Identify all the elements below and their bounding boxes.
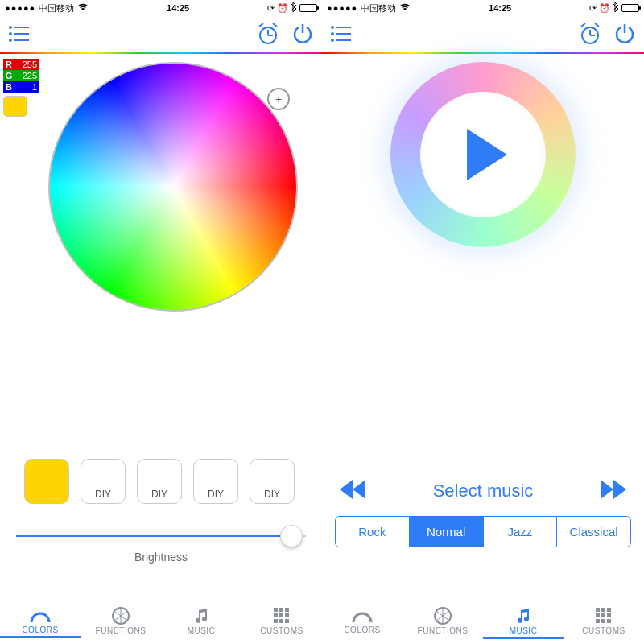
tab-label: FUNCTIONS <box>418 626 469 635</box>
svg-point-22 <box>332 27 333 28</box>
svg-rect-16 <box>274 613 278 617</box>
battery-icon <box>299 4 317 12</box>
carrier-label: 中国移动 <box>39 2 74 14</box>
preset-slot-2[interactable]: DIY <box>137 459 182 504</box>
svg-line-9 <box>259 23 263 27</box>
tab-functions[interactable]: FUNCTIONS <box>402 601 483 644</box>
r-label: R <box>3 59 14 70</box>
music-icon <box>192 607 210 625</box>
svg-rect-17 <box>279 613 283 617</box>
svg-marker-35 <box>340 480 353 499</box>
svg-point-2 <box>10 33 11 35</box>
nav-bar <box>322 16 644 52</box>
preset-slot-3[interactable]: DIY <box>193 459 238 504</box>
clock-label: 14:25 <box>89 3 267 13</box>
tab-label: CUSTOMS <box>582 626 625 635</box>
color-wheel[interactable]: + <box>48 62 298 312</box>
bluetooth-icon <box>291 2 297 14</box>
brightness-slider[interactable] <box>16 526 306 546</box>
tab-label: CUSTOMS <box>260 626 303 635</box>
battery-icon <box>621 4 639 12</box>
svg-rect-39 <box>596 608 600 612</box>
genre-classical[interactable]: Classical <box>557 517 630 547</box>
play-button[interactable] <box>467 129 507 180</box>
customs-icon <box>273 607 291 625</box>
select-music-label[interactable]: Select music <box>370 481 596 502</box>
tab-functions[interactable]: FUNCTIONS <box>80 601 161 644</box>
genre-normal[interactable]: Normal <box>410 517 484 547</box>
g-value: 225 <box>14 70 39 81</box>
tab-music[interactable]: MUSIC <box>483 601 564 644</box>
tab-music[interactable]: MUSIC <box>161 601 242 644</box>
genre-rock[interactable]: Rock <box>336 517 410 547</box>
signal-dots-icon: ●●●●● <box>5 3 35 13</box>
preset-slot-0[interactable] <box>24 459 69 504</box>
color-wheel-cursor[interactable]: + <box>267 88 290 110</box>
music-disc <box>390 62 576 247</box>
music-screen: ●●●●● 中国移动 14:25 ⟳ ⏰ <box>322 0 644 644</box>
carrier-label: 中国移动 <box>361 2 396 14</box>
svg-rect-40 <box>601 608 605 612</box>
r-value: 255 <box>14 59 39 70</box>
power-button[interactable] <box>613 23 636 45</box>
tab-bar: COLORSFUNCTIONSMUSICCUSTOMS <box>0 601 322 644</box>
svg-point-26 <box>332 39 333 41</box>
tab-label: COLORS <box>344 625 380 634</box>
tab-label: FUNCTIONS <box>96 626 147 635</box>
svg-rect-14 <box>279 608 283 612</box>
svg-marker-34 <box>353 480 365 499</box>
svg-rect-15 <box>285 608 289 612</box>
svg-point-24 <box>332 33 333 35</box>
status-bar: ●●●●● 中国移动 14:25 ⟳ ⏰ <box>322 0 644 16</box>
svg-rect-18 <box>285 613 289 617</box>
rgb-readout: R255 G225 B1 <box>3 59 39 117</box>
svg-rect-19 <box>274 619 278 623</box>
svg-marker-37 <box>613 480 626 499</box>
svg-point-4 <box>10 39 11 41</box>
genre-segmented-control: RockNormalJazzClassical <box>335 516 631 547</box>
tab-colors[interactable]: COLORS <box>322 601 402 644</box>
signal-dots-icon: ●●●●● <box>327 3 357 13</box>
svg-line-10 <box>273 23 277 27</box>
preset-slot-4[interactable]: DIY <box>250 459 295 504</box>
tab-customs[interactable]: CUSTOMS <box>564 601 644 644</box>
svg-rect-47 <box>607 619 611 623</box>
preset-row: DIYDIYDIYDIY <box>0 459 322 504</box>
colors-icon <box>352 608 373 624</box>
svg-rect-43 <box>601 613 605 617</box>
power-button[interactable] <box>291 23 314 45</box>
timer-button[interactable] <box>578 23 602 45</box>
music-icon <box>514 607 532 625</box>
genre-jazz[interactable]: Jazz <box>484 517 558 547</box>
timer-button[interactable] <box>256 23 280 45</box>
svg-marker-36 <box>601 480 613 499</box>
tab-colors[interactable]: COLORS <box>0 601 80 644</box>
customs-icon <box>595 607 613 625</box>
svg-line-32 <box>595 23 599 27</box>
brightness-control: Brightness <box>0 526 322 564</box>
colors-screen: ●●●●● 中国移动 14:25 ⟳ ⏰ <box>0 0 322 644</box>
orientation-lock-icon: ⟳ <box>589 3 597 14</box>
next-track-button[interactable] <box>596 478 628 504</box>
svg-rect-20 <box>279 619 283 623</box>
clock-label: 14:25 <box>411 3 589 13</box>
tab-label: MUSIC <box>510 626 538 635</box>
tab-bar: COLORSFUNCTIONSMUSICCUSTOMS <box>322 601 644 644</box>
alarm-status-icon: ⏰ <box>277 3 288 14</box>
status-bar: ●●●●● 中国移动 14:25 ⟳ ⏰ <box>0 0 322 16</box>
svg-rect-21 <box>285 619 289 623</box>
menu-button[interactable] <box>8 25 31 43</box>
svg-rect-45 <box>596 619 600 623</box>
prev-track-button[interactable] <box>338 478 370 504</box>
current-color-swatch <box>3 96 27 117</box>
functions-icon <box>112 607 130 625</box>
svg-point-0 <box>10 27 11 28</box>
g-label: G <box>3 70 14 81</box>
brightness-thumb[interactable] <box>280 525 303 547</box>
svg-rect-46 <box>601 619 605 623</box>
tab-customs[interactable]: CUSTOMS <box>242 601 322 644</box>
nav-bar <box>0 16 322 52</box>
menu-button[interactable] <box>330 25 353 43</box>
preset-slot-1[interactable]: DIY <box>80 459 126 504</box>
wifi-icon <box>77 3 89 13</box>
